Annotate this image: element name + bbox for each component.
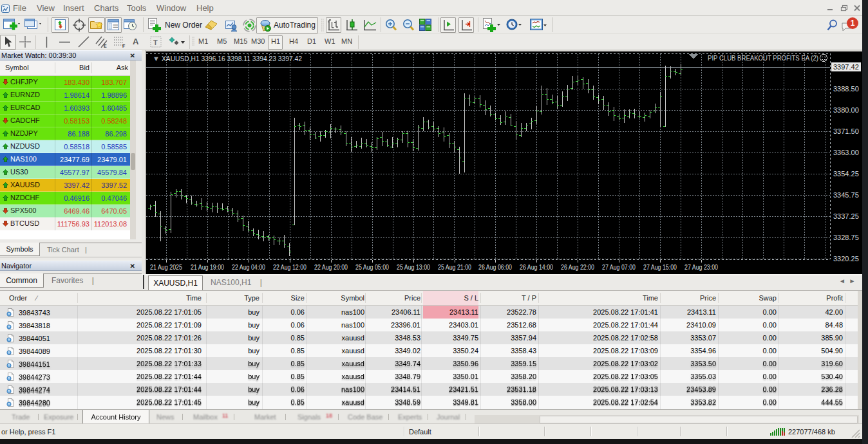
svg-text:▼ XAUUSD,H1 3396.16 3398.11 3: ▼ XAUUSD,H1 3396.16 3398.11 3394.23 3397… (153, 55, 302, 62)
svg-text:26 Aug 06:00: 26 Aug 06:00 (478, 264, 512, 271)
svg-text:21 Aug 19:00: 21 Aug 19:00 (191, 264, 224, 271)
svg-text:3380.00: 3380.00 (833, 106, 859, 114)
svg-text:22 Aug 20:00: 22 Aug 20:00 (314, 264, 348, 271)
svg-text:22 Aug 04:00: 22 Aug 04:00 (232, 264, 265, 271)
svg-text:3397.42: 3397.42 (833, 63, 859, 71)
svg-text:25 Aug 05:00: 25 Aug 05:00 (355, 264, 389, 271)
svg-text:3345.75: 3345.75 (833, 191, 859, 199)
svg-text:26 Aug 22:00: 26 Aug 22:00 (561, 264, 594, 271)
svg-text:25 Aug 21:00: 25 Aug 21:00 (438, 264, 471, 271)
svg-text:25 Aug 13:00: 25 Aug 13:00 (397, 264, 430, 271)
svg-text:27 Aug 07:00: 27 Aug 07:00 (602, 264, 636, 271)
svg-text:3363.00: 3363.00 (833, 149, 859, 156)
svg-text:T: T (153, 39, 158, 46)
svg-text:3354.25: 3354.25 (833, 170, 859, 178)
svg-text:3371.50: 3371.50 (833, 127, 859, 135)
svg-text:3320.25: 3320.25 (833, 255, 859, 263)
svg-text:21 Aug 2025: 21 Aug 2025 (150, 264, 182, 271)
svg-text:F: F (122, 44, 126, 48)
svg-text:22 Aug 12:00: 22 Aug 12:00 (273, 264, 307, 271)
svg-text:27 Aug 15:00: 27 Aug 15:00 (643, 264, 677, 271)
svg-text:3337.25: 3337.25 (833, 212, 859, 220)
svg-text:26 Aug 14:00: 26 Aug 14:00 (520, 264, 553, 271)
svg-text:PIP CLUB BREAKOUT PROFITS EA (: PIP CLUB BREAKOUT PROFITS EA (2) (708, 54, 818, 62)
svg-text:E: E (104, 44, 107, 48)
svg-text:3388.50: 3388.50 (833, 85, 859, 93)
svg-text:3328.75: 3328.75 (833, 234, 859, 241)
svg-text:27 Aug 23:00: 27 Aug 23:00 (684, 264, 718, 271)
